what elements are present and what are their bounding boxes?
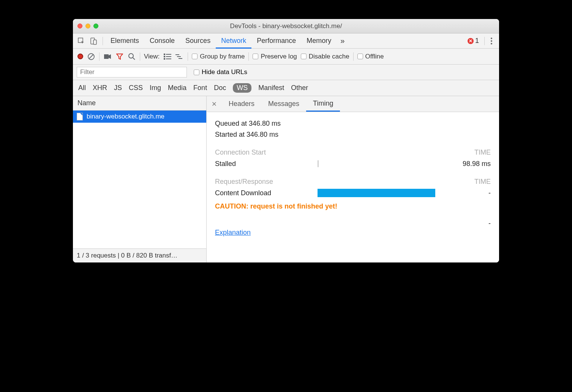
record-button[interactable] bbox=[77, 54, 83, 59]
svg-rect-5 bbox=[104, 54, 109, 59]
filter-type-media[interactable]: Media bbox=[168, 84, 186, 92]
name-column-header[interactable]: Name bbox=[73, 96, 206, 111]
detail-tab-messages[interactable]: Messages bbox=[261, 96, 306, 112]
caution-text: CAUTION: request is not finished yet! bbox=[215, 202, 491, 210]
preserve-log-label: Preserve log bbox=[261, 53, 297, 60]
separator bbox=[99, 52, 100, 61]
svg-rect-14 bbox=[175, 54, 179, 55]
stalled-label: Stalled bbox=[215, 160, 318, 168]
window-title: DevTools - binary-websocket.glitch.me/ bbox=[73, 22, 499, 30]
connection-start-label: Connection Start bbox=[215, 149, 266, 156]
close-detail-button[interactable]: × bbox=[207, 96, 222, 112]
checkbox-icon bbox=[194, 70, 199, 75]
svg-rect-13 bbox=[166, 58, 171, 59]
status-bar: 1 / 3 requests | 0 B / 820 B transf… bbox=[73, 248, 206, 262]
main-area: Name binary-websocket.glitch.me 1 / 3 re… bbox=[73, 96, 499, 262]
request-list-column: Name binary-websocket.glitch.me 1 / 3 re… bbox=[73, 96, 207, 262]
content-download-row: Content Download - bbox=[215, 187, 491, 199]
time-header: TIME bbox=[474, 149, 491, 156]
devtools-window: DevTools - binary-websocket.glitch.me/ E… bbox=[73, 19, 499, 262]
detail-tabs: × HeadersMessagesTiming bbox=[207, 96, 499, 112]
filter-type-other[interactable]: Other bbox=[291, 84, 308, 92]
tab-performance[interactable]: Performance bbox=[251, 33, 301, 49]
tab-console[interactable]: Console bbox=[144, 33, 180, 49]
detail-tab-headers[interactable]: Headers bbox=[222, 96, 261, 112]
maximize-window-button[interactable] bbox=[93, 24, 98, 28]
offline-checkbox[interactable]: Offline bbox=[357, 53, 384, 60]
filter-input[interactable] bbox=[77, 67, 187, 77]
stalled-row: Stalled 98.98 ms bbox=[215, 158, 491, 169]
main-tab-row: ElementsConsoleSourcesNetworkPerformance… bbox=[73, 33, 499, 49]
file-icon bbox=[77, 113, 83, 120]
request-list: binary-websocket.glitch.me bbox=[73, 111, 206, 248]
overview-icon[interactable] bbox=[175, 52, 184, 61]
explanation-value: - bbox=[488, 220, 491, 237]
filter-type-ws[interactable]: WS bbox=[233, 83, 251, 93]
svg-rect-9 bbox=[166, 54, 171, 55]
connection-start-header: Connection Start TIME bbox=[215, 147, 491, 158]
explanation-row: Explanation - bbox=[215, 220, 491, 237]
checkbox-icon bbox=[253, 54, 258, 59]
svg-rect-2 bbox=[93, 40, 96, 44]
clear-icon[interactable] bbox=[87, 52, 95, 61]
filter-type-img[interactable]: Img bbox=[150, 84, 161, 92]
timing-panel: Queued at 346.80 ms Started at 346.80 ms… bbox=[207, 112, 499, 243]
stalled-bar bbox=[318, 160, 319, 167]
tab-memory[interactable]: Memory bbox=[301, 33, 337, 49]
filter-type-doc[interactable]: Doc bbox=[214, 84, 226, 92]
settings-menu-button[interactable] bbox=[487, 40, 496, 42]
detail-tab-timing[interactable]: Timing bbox=[306, 96, 340, 112]
inspect-element-icon[interactable] bbox=[76, 36, 87, 46]
separator bbox=[140, 52, 140, 61]
time-header: TIME bbox=[474, 178, 491, 186]
separator bbox=[188, 52, 188, 61]
more-tabs-button[interactable]: » bbox=[337, 33, 348, 49]
svg-rect-10 bbox=[164, 56, 165, 57]
group-by-frame-label: Group by frame bbox=[200, 53, 245, 60]
filter-type-all[interactable]: All bbox=[78, 84, 86, 92]
checkbox-icon bbox=[357, 54, 363, 59]
explanation-link[interactable]: Explanation bbox=[215, 229, 251, 237]
search-icon[interactable] bbox=[128, 52, 136, 61]
svg-point-6 bbox=[129, 54, 133, 58]
error-counter[interactable]: ✕ 1 bbox=[465, 37, 482, 45]
content-download-label: Content Download bbox=[215, 189, 318, 197]
disable-cache-checkbox[interactable]: Disable cache bbox=[301, 53, 349, 60]
tab-network[interactable]: Network bbox=[216, 33, 251, 49]
camera-icon[interactable] bbox=[103, 52, 112, 61]
svg-line-4 bbox=[89, 54, 93, 58]
view-label: View: bbox=[144, 53, 160, 60]
titlebar: DevTools - binary-websocket.glitch.me/ bbox=[73, 19, 499, 33]
separator bbox=[484, 37, 485, 45]
disable-cache-label: Disable cache bbox=[309, 53, 349, 60]
tab-elements[interactable]: Elements bbox=[105, 33, 144, 49]
svg-rect-11 bbox=[166, 56, 171, 57]
filter-type-js[interactable]: JS bbox=[114, 84, 122, 92]
filter-type-manifest[interactable]: Manifest bbox=[258, 84, 284, 92]
group-by-frame-checkbox[interactable]: Group by frame bbox=[192, 53, 245, 60]
stalled-bar-area bbox=[318, 160, 449, 168]
stalled-value: 98.98 ms bbox=[449, 160, 491, 168]
filter-type-font[interactable]: Font bbox=[193, 84, 207, 92]
request-response-label: Request/Response bbox=[215, 178, 273, 186]
separator bbox=[248, 52, 249, 61]
request-name: binary-websocket.glitch.me bbox=[87, 113, 164, 120]
filter-icon[interactable] bbox=[115, 52, 124, 61]
hide-data-urls-checkbox[interactable]: Hide data URLs bbox=[194, 68, 247, 76]
close-window-button[interactable] bbox=[77, 24, 82, 28]
svg-rect-15 bbox=[177, 56, 181, 57]
offline-label: Offline bbox=[365, 53, 384, 60]
toggle-device-icon[interactable] bbox=[88, 36, 99, 46]
filter-type-css[interactable]: CSS bbox=[129, 84, 143, 92]
started-at: Started at 346.80 ms bbox=[215, 129, 491, 140]
preserve-log-checkbox[interactable]: Preserve log bbox=[253, 53, 297, 60]
filter-type-xhr[interactable]: XHR bbox=[93, 84, 107, 92]
request-row[interactable]: binary-websocket.glitch.me bbox=[73, 111, 206, 123]
filter-row: Hide data URLs bbox=[73, 65, 499, 80]
minimize-window-button[interactable] bbox=[85, 24, 90, 28]
large-rows-icon[interactable] bbox=[163, 52, 172, 61]
tab-sources[interactable]: Sources bbox=[180, 33, 216, 49]
separator bbox=[353, 52, 354, 61]
detail-column: × HeadersMessagesTiming Queued at 346.80… bbox=[207, 96, 499, 262]
svg-rect-12 bbox=[164, 58, 165, 60]
